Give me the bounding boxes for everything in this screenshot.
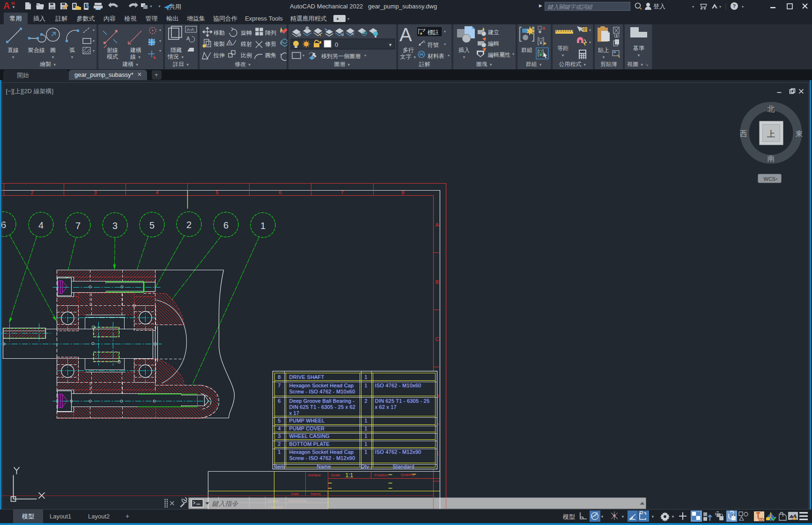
svg-text:4: 4 xyxy=(278,426,281,431)
svg-text:ISO 4762 - M10x60: ISO 4762 - M10x60 xyxy=(375,383,421,388)
svg-text:8: 8 xyxy=(401,190,404,195)
svg-text:DIN 625 T1 - 6305 - 25: DIN 625 T1 - 6305 - 25 xyxy=(375,398,430,404)
svg-text:A: A xyxy=(422,39,425,44)
svg-text:▼: ▼ xyxy=(116,5,119,8)
svg-text:Standard: Standard xyxy=(393,464,414,469)
svg-text:1: 1 xyxy=(260,221,266,231)
svg-text:▼: ▼ xyxy=(600,515,604,519)
svg-text:3: 3 xyxy=(112,221,118,231)
svg-text:A: A xyxy=(399,24,412,45)
svg-text:2: 2 xyxy=(364,398,367,404)
svg-text:▼: ▼ xyxy=(621,515,625,519)
svg-text:Deep Groove Ball Bearing -: Deep Groove Ball Bearing - xyxy=(289,398,355,404)
svg-text:6: 6 xyxy=(278,398,281,404)
svg-text:上: 上 xyxy=(767,129,775,139)
svg-text:7: 7 xyxy=(75,221,81,231)
svg-text:4: 4 xyxy=(38,220,44,230)
svg-text:鍵入指令: 鍵入指令 xyxy=(212,500,239,507)
svg-text:0: 0 xyxy=(335,41,338,48)
svg-text:6: 6 xyxy=(279,190,281,195)
svg-text:1: 1 xyxy=(364,449,367,455)
svg-text:B: B xyxy=(436,279,439,285)
svg-text:Date: Date xyxy=(291,492,299,496)
svg-text:▾: ▾ xyxy=(719,5,721,9)
svg-text:Hexagon Socket Head Cap: Hexagon Socket Head Cap xyxy=(289,383,354,388)
svg-text:6: 6 xyxy=(223,220,229,230)
svg-text:Screw - ISO 4762 - M12x90: Screw - ISO 4762 - M12x90 xyxy=(289,455,355,461)
svg-text:Scale: Scale xyxy=(331,473,341,477)
svg-text:PUMP COVER: PUMP COVER xyxy=(289,426,325,431)
svg-text:1: 1 xyxy=(364,374,367,380)
svg-text:5: 5 xyxy=(278,418,281,423)
svg-text:1: 1 xyxy=(364,441,367,447)
svg-text:1: 1 xyxy=(364,433,367,439)
svg-text:▾: ▾ xyxy=(692,5,694,9)
svg-text:Hexagon Socket Head Cap: Hexagon Socket Head Cap xyxy=(289,449,354,455)
svg-text:x 62 x 17: x 62 x 17 xyxy=(375,404,397,410)
svg-text:登入: 登入 xyxy=(653,3,665,10)
svg-text:WCS: WCS xyxy=(764,176,776,182)
svg-text:?: ? xyxy=(733,3,736,9)
svg-text:DRIVE SHAFT: DRIVE SHAFT xyxy=(289,374,325,380)
svg-text:DIN 625 T1 - 6305 - 25 x 62: DIN 625 T1 - 6305 - 25 x 62 xyxy=(289,404,356,410)
svg-text:4: 4 xyxy=(155,190,158,195)
svg-text:Position: Position xyxy=(375,473,388,477)
svg-text:3: 3 xyxy=(94,190,96,195)
svg-text:▼: ▼ xyxy=(134,5,137,8)
svg-text:7: 7 xyxy=(278,383,281,388)
svg-text:1: 1 xyxy=(364,383,367,388)
svg-text:1: 1 xyxy=(364,426,367,431)
svg-text:Screw - ISO 4762 - M10x60: Screw - ISO 4762 - M10x60 xyxy=(289,389,355,394)
svg-text:2: 2 xyxy=(30,190,33,195)
svg-text:A: A xyxy=(436,222,439,228)
svg-text:Qty: Qty xyxy=(361,464,369,469)
svg-text:3: 3 xyxy=(278,433,281,439)
svg-text:WHEEL CASING: WHEEL CASING xyxy=(289,433,330,439)
svg-text:Name: Name xyxy=(317,464,331,469)
svg-text:Item: Item xyxy=(274,464,285,469)
svg-text:ISO 4762 - M12x90: ISO 4762 - M12x90 xyxy=(375,449,421,455)
svg-text:▼: ▼ xyxy=(651,515,655,519)
svg-text:PUMP WHEEL: PUMP WHEEL xyxy=(289,418,325,423)
svg-text:▼: ▼ xyxy=(671,515,675,519)
svg-text:▼: ▼ xyxy=(149,5,153,8)
svg-text:Surface: Surface xyxy=(308,473,321,477)
svg-text:▼: ▼ xyxy=(388,43,392,47)
svg-text:南: 南 xyxy=(768,155,775,163)
svg-text:6: 6 xyxy=(1,220,6,230)
svg-text:北: 北 xyxy=(768,105,775,113)
svg-text:1: 1 xyxy=(364,418,367,423)
svg-text:Name: Name xyxy=(311,492,321,496)
svg-text:A-A: A-A xyxy=(187,27,194,32)
svg-text:5: 5 xyxy=(215,190,218,195)
svg-text:▼: ▼ xyxy=(158,5,161,8)
svg-text:5: 5 xyxy=(149,220,155,230)
svg-text:東: 東 xyxy=(796,130,803,138)
svg-text:2: 2 xyxy=(186,220,192,230)
svg-text:C: C xyxy=(436,336,439,342)
svg-text:7: 7 xyxy=(340,190,343,195)
svg-text:A: A xyxy=(186,36,190,41)
svg-text:▾: ▾ xyxy=(742,5,744,9)
svg-text:[−][上][2D 線架構]: [−][上][2D 線架構] xyxy=(6,88,54,95)
svg-text:1: 1 xyxy=(278,449,281,455)
svg-text:1:1: 1:1 xyxy=(346,472,354,479)
svg-text:BOTTOM PLATE: BOTTOM PLATE xyxy=(289,441,330,447)
svg-text:西: 西 xyxy=(740,130,747,138)
svg-text:▾: ▾ xyxy=(776,177,778,181)
svg-text:2: 2 xyxy=(278,441,281,447)
svg-text:8: 8 xyxy=(278,374,281,380)
svg-text:x 17: x 17 xyxy=(289,410,300,416)
